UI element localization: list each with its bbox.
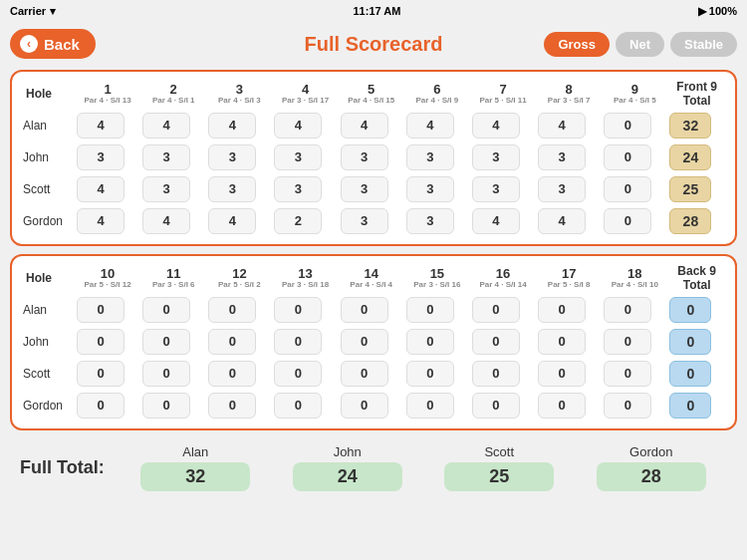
front9-score-p0-h1[interactable]: 4	[142, 113, 190, 139]
hole-5-parsi: Par 4 · S/I 15	[348, 97, 394, 106]
back9-score-p0-h1[interactable]: 0	[142, 297, 190, 323]
back9-score-p1-h8[interactable]: 0	[604, 329, 651, 355]
front9-score-p3-h5[interactable]: 3	[406, 208, 454, 234]
back9-score-p0-h0[interactable]: 0	[77, 297, 124, 323]
front9-player-name-2: Scott	[22, 174, 74, 204]
front9-score-p2-h5[interactable]: 3	[406, 176, 454, 202]
front9-score-p3-h7[interactable]: 4	[538, 208, 586, 234]
front9-score-p0-h0[interactable]: 4	[77, 113, 124, 139]
stable-mode-button[interactable]: Stable	[670, 32, 737, 57]
back9-score-p2-h3[interactable]: 0	[274, 361, 322, 387]
back9-score-p3-h3[interactable]: 0	[274, 393, 322, 419]
front9-score-p1-h5[interactable]: 3	[406, 144, 454, 170]
back9-score-p2-h5[interactable]: 0	[406, 361, 454, 387]
back9-score-p3-h5[interactable]: 0	[406, 393, 454, 419]
front9-player-name-3: Gordon	[22, 206, 74, 236]
back9-score-p1-h7[interactable]: 0	[538, 329, 586, 355]
hole-2-parsi: Par 4 · S/I 1	[152, 97, 195, 106]
front9-score-p0-h4[interactable]: 4	[341, 113, 388, 139]
front9-score-p0-h7[interactable]: 4	[538, 113, 586, 139]
front9-score-p0-h3[interactable]: 4	[274, 113, 322, 139]
front9-score-p2-h4[interactable]: 3	[341, 176, 388, 202]
front9-score-p1-h8[interactable]: 0	[604, 144, 651, 170]
back9-score-p0-h7[interactable]: 0	[538, 297, 586, 323]
front9-score-p1-h6[interactable]: 3	[472, 144, 520, 170]
back9-score-p0-h8[interactable]: 0	[604, 297, 651, 323]
front9-score-p3-h3[interactable]: 2	[274, 208, 322, 234]
front9-score-p0-h6[interactable]: 4	[472, 113, 520, 139]
front9-score-p0-h2[interactable]: 4	[208, 113, 256, 139]
hole-17-header: 17 Par 5 · S/I 8	[537, 264, 601, 293]
hole-5-header: 5 Par 4 · S/I 15	[340, 80, 403, 109]
back9-score-p1-h5[interactable]: 0	[406, 329, 454, 355]
hole-2-header: 2 Par 4 · S/I 1	[141, 80, 205, 109]
back9-score-p2-h4[interactable]: 0	[341, 361, 388, 387]
hole-3-num: 3	[236, 83, 243, 97]
front9-player-row-2: Scott43333333025	[22, 174, 725, 204]
front9-score-p2-h3[interactable]: 3	[274, 176, 322, 202]
back9-score-p3-h7[interactable]: 0	[538, 393, 586, 419]
front9-score-p2-h6[interactable]: 3	[472, 176, 520, 202]
back9-score-p2-h1[interactable]: 0	[142, 361, 190, 387]
total-player-name-1: John	[334, 444, 362, 459]
front9-score-p2-h0[interactable]: 4	[77, 176, 124, 202]
back9-player-row-2: Scott0000000000	[22, 359, 725, 389]
back9-score-p1-h6[interactable]: 0	[472, 329, 520, 355]
front9-score-p0-h5[interactable]: 4	[406, 113, 454, 139]
back9-score-p1-h1[interactable]: 0	[142, 329, 190, 355]
front9-score-p1-h1[interactable]: 3	[142, 144, 190, 170]
back9-score-p0-h6[interactable]: 0	[472, 297, 520, 323]
front9-score-p2-h2[interactable]: 3	[208, 176, 256, 202]
total-player-name-2: Scott	[484, 444, 514, 459]
back9-score-p2-h0[interactable]: 0	[77, 361, 124, 387]
back9-score-p2-h7[interactable]: 0	[538, 361, 586, 387]
back9-score-p3-h4[interactable]: 0	[341, 393, 388, 419]
front9-score-p2-h7[interactable]: 3	[538, 176, 586, 202]
hole-10-header: 10 Par 5 · S/I 12	[76, 264, 139, 293]
back9-score-p0-h3[interactable]: 0	[274, 297, 322, 323]
front9-score-p1-h2[interactable]: 3	[208, 144, 256, 170]
back9-score-p1-h2[interactable]: 0	[208, 329, 256, 355]
front9-score-p3-h1[interactable]: 4	[142, 208, 190, 234]
page-title: Full Scorecard	[305, 33, 443, 56]
back9-score-p3-h2[interactable]: 0	[208, 393, 256, 419]
hole-12-header: 12 Par 5 · S/I 2	[207, 264, 271, 293]
back-button[interactable]: ‹ Back	[10, 29, 96, 59]
front9-score-p3-h6[interactable]: 4	[472, 208, 520, 234]
front9-score-p2-h8[interactable]: 0	[604, 176, 651, 202]
back9-score-p3-h8[interactable]: 0	[604, 393, 651, 419]
back9-score-p2-h8[interactable]: 0	[604, 361, 651, 387]
front9-score-p3-h8[interactable]: 0	[604, 208, 651, 234]
back9-score-p3-h1[interactable]: 0	[142, 393, 190, 419]
front9-score-p1-h3[interactable]: 3	[274, 144, 322, 170]
back9-score-p1-h0[interactable]: 0	[77, 329, 124, 355]
hole-6-header: 6 Par 4 · S/I 9	[405, 80, 469, 109]
back9-score-p2-h2[interactable]: 0	[208, 361, 256, 387]
back9-score-p3-h0[interactable]: 0	[77, 393, 124, 419]
back9-score-p2-h6[interactable]: 0	[472, 361, 520, 387]
status-bar: Carrier ▾ 11:17 AM ▶ 100%	[0, 0, 747, 22]
hole-1-num: 1	[104, 83, 111, 97]
front9-score-p3-h0[interactable]: 4	[77, 208, 124, 234]
front9-score-p1-h4[interactable]: 3	[341, 144, 388, 170]
front9-score-p1-h7[interactable]: 3	[538, 144, 586, 170]
back9-player-name-2: Scott	[22, 359, 74, 389]
gross-mode-button[interactable]: Gross	[544, 32, 610, 57]
hole-3-parsi: Par 4 · S/I 3	[218, 97, 261, 106]
front9-score-p3-h2[interactable]: 4	[208, 208, 256, 234]
front9-total-p0: 32	[669, 113, 711, 139]
front9-score-p2-h1[interactable]: 3	[142, 176, 190, 202]
front9-score-p0-h8[interactable]: 0	[604, 113, 651, 139]
back9-score-p0-h4[interactable]: 0	[341, 297, 388, 323]
front9-score-p3-h4[interactable]: 3	[341, 208, 388, 234]
front9-total-p1: 24	[669, 144, 711, 170]
back9-score-p1-h3[interactable]: 0	[274, 329, 322, 355]
net-mode-button[interactable]: Net	[616, 32, 664, 57]
total-player-group-2: Scott25	[444, 444, 554, 491]
back9-score-p0-h5[interactable]: 0	[406, 297, 454, 323]
front9-score-p1-h0[interactable]: 3	[77, 144, 124, 170]
back9-score-p1-h4[interactable]: 0	[341, 329, 388, 355]
back9-score-p3-h6[interactable]: 0	[472, 393, 520, 419]
back9-score-p0-h2[interactable]: 0	[208, 297, 256, 323]
total-player-group-1: John24	[293, 444, 402, 491]
